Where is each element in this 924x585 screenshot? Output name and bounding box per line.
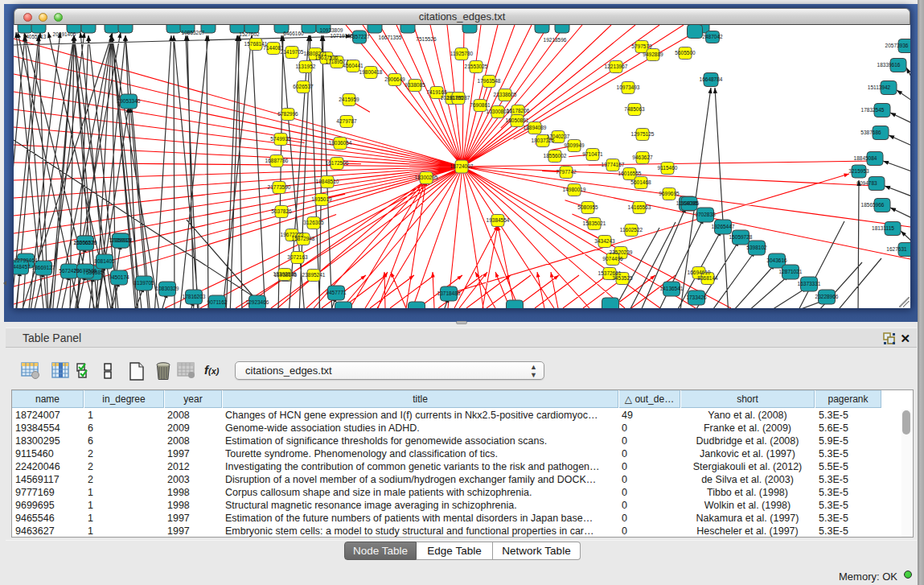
svg-text:10853267: 10853267 bbox=[182, 30, 205, 35]
svg-text:20677566: 20677566 bbox=[74, 268, 97, 274]
svg-text:8081405: 8081405 bbox=[94, 258, 115, 264]
svg-text:5749930: 5749930 bbox=[270, 136, 291, 142]
svg-text:18131115: 18131115 bbox=[872, 225, 894, 231]
svg-text:5387686: 5387686 bbox=[860, 130, 881, 135]
svg-text:2487042: 2487042 bbox=[702, 34, 723, 39]
svg-text:18300295: 18300295 bbox=[415, 175, 438, 180]
svg-text:14136541: 14136541 bbox=[660, 286, 684, 291]
svg-text:19848510: 19848510 bbox=[316, 179, 339, 184]
svg-text:10719155: 10719155 bbox=[331, 33, 354, 39]
svg-text:3434243: 3434243 bbox=[594, 238, 615, 244]
svg-text:17816203: 17816203 bbox=[183, 294, 206, 299]
svg-text:11925780: 11925780 bbox=[450, 51, 474, 56]
svg-text:1627631: 1627631 bbox=[886, 246, 907, 252]
svg-text:11602522: 11602522 bbox=[620, 227, 643, 233]
svg-text:10973493: 10973493 bbox=[617, 84, 640, 90]
svg-text:7797742: 7797742 bbox=[556, 169, 577, 175]
svg-text:13718485: 13718485 bbox=[437, 290, 461, 296]
svg-text:9338085: 9338085 bbox=[405, 82, 425, 88]
svg-text:14980019: 14980019 bbox=[563, 187, 586, 192]
svg-text:5398102: 5398102 bbox=[746, 245, 767, 250]
svg-text:17359928: 17359928 bbox=[109, 237, 133, 243]
svg-text:16016555: 16016555 bbox=[618, 171, 642, 176]
svg-text:17963548: 17963548 bbox=[478, 78, 501, 84]
svg-text:23228966: 23228966 bbox=[815, 294, 839, 299]
svg-text:20573936: 20573936 bbox=[885, 43, 909, 48]
svg-text:16178206: 16178206 bbox=[507, 108, 530, 113]
svg-text:18050891: 18050891 bbox=[506, 117, 529, 123]
svg-text:12923466: 12923466 bbox=[246, 299, 269, 305]
svg-text:18894089: 18894089 bbox=[524, 125, 547, 130]
svg-text:15872948: 15872948 bbox=[292, 236, 315, 241]
svg-text:10933809: 10933809 bbox=[320, 27, 343, 33]
svg-text:16172506: 16172506 bbox=[326, 160, 349, 166]
svg-text:10830329: 10830329 bbox=[156, 286, 179, 291]
svg-text:9463627: 9463627 bbox=[632, 154, 653, 160]
svg-text:16648784: 16648784 bbox=[700, 76, 723, 82]
svg-text:3043616: 3043616 bbox=[766, 257, 787, 263]
svg-text:16373331: 16373331 bbox=[798, 281, 821, 286]
svg-text:5797579: 5797579 bbox=[631, 43, 652, 49]
svg-text:9492889: 9492889 bbox=[643, 51, 663, 57]
svg-text:19384554: 19384554 bbox=[487, 217, 510, 223]
svg-text:9450174: 9450174 bbox=[109, 274, 129, 280]
svg-text:19800418: 19800418 bbox=[359, 69, 383, 75]
svg-text:5037826: 5037826 bbox=[271, 208, 292, 214]
svg-text:1131952: 1131952 bbox=[296, 64, 316, 69]
svg-text:6094783: 6094783 bbox=[856, 180, 877, 186]
svg-text:23520239: 23520239 bbox=[610, 249, 633, 255]
svg-text:19218596: 19218596 bbox=[544, 37, 567, 43]
svg-text:1935019: 1935019 bbox=[311, 196, 332, 202]
svg-text:7515526: 7515526 bbox=[416, 36, 437, 42]
svg-text:4279787: 4279787 bbox=[336, 118, 357, 124]
svg-text:15059728: 15059728 bbox=[729, 234, 753, 240]
svg-text:14055713: 14055713 bbox=[23, 34, 47, 39]
svg-text:9074496: 9074496 bbox=[602, 256, 623, 262]
svg-text:29053346: 29053346 bbox=[117, 98, 141, 104]
svg-text:18339616: 18339616 bbox=[877, 62, 901, 68]
svg-text:23895241: 23895241 bbox=[302, 272, 326, 278]
svg-text:21419705: 21419705 bbox=[281, 49, 304, 55]
svg-text:21773590: 21773590 bbox=[268, 184, 291, 190]
svg-text:16671355: 16671355 bbox=[379, 35, 402, 40]
svg-text:14165563: 14165563 bbox=[628, 204, 651, 210]
svg-text:18185287: 18185287 bbox=[447, 95, 470, 101]
svg-text:18037325: 18037325 bbox=[532, 138, 555, 143]
svg-text:7419168: 7419168 bbox=[426, 89, 447, 95]
svg-text:12975125: 12975125 bbox=[631, 131, 655, 137]
svg-text:12213967: 12213967 bbox=[605, 64, 628, 69]
svg-text:5080955: 5080955 bbox=[577, 204, 598, 210]
svg-text:9115460: 9115460 bbox=[658, 165, 678, 171]
svg-text:5601468: 5601468 bbox=[630, 179, 651, 185]
svg-text:9071162: 9071162 bbox=[207, 299, 228, 305]
svg-text:9309949: 9309949 bbox=[564, 142, 585, 148]
svg-text:20206576: 20206576 bbox=[74, 240, 97, 245]
svg-text:4448457: 4448457 bbox=[14, 264, 31, 270]
svg-text:18556002: 18556002 bbox=[544, 153, 567, 159]
svg-text:9702838: 9702838 bbox=[695, 212, 716, 217]
svg-text:21553025: 21553025 bbox=[465, 64, 488, 69]
svg-text:21338605: 21338605 bbox=[494, 92, 517, 97]
svg-text:7485063: 7485063 bbox=[624, 106, 645, 112]
svg-text:5605500: 5605500 bbox=[675, 50, 696, 56]
svg-text:19265447: 19265447 bbox=[712, 224, 735, 229]
svg-text:18845084: 18845084 bbox=[854, 155, 877, 161]
svg-text:1527602: 1527602 bbox=[239, 31, 260, 37]
svg-text:164095: 164095 bbox=[680, 200, 698, 206]
svg-text:3215953: 3215953 bbox=[848, 168, 869, 174]
svg-text:8139705: 8139705 bbox=[133, 280, 154, 286]
svg-text:20691406: 20691406 bbox=[53, 31, 76, 37]
svg-text:6026537: 6026537 bbox=[293, 84, 314, 89]
svg-text:18669127: 18669127 bbox=[32, 265, 55, 270]
svg-text:9699695: 9699695 bbox=[659, 191, 680, 196]
svg-text:9457771: 9457771 bbox=[326, 290, 347, 295]
svg-text:3453525: 3453525 bbox=[612, 275, 633, 281]
svg-text:3126305: 3126305 bbox=[303, 220, 324, 225]
svg-text:18392896: 18392896 bbox=[273, 271, 297, 277]
svg-text:3072163: 3072163 bbox=[287, 254, 308, 260]
svg-text:15835021: 15835021 bbox=[583, 220, 606, 226]
svg-text:12871021: 12871021 bbox=[779, 269, 803, 274]
svg-text:6782996: 6782996 bbox=[277, 111, 298, 117]
svg-text:15113942: 15113942 bbox=[868, 84, 891, 90]
svg-text:2906649: 2906649 bbox=[384, 76, 405, 82]
